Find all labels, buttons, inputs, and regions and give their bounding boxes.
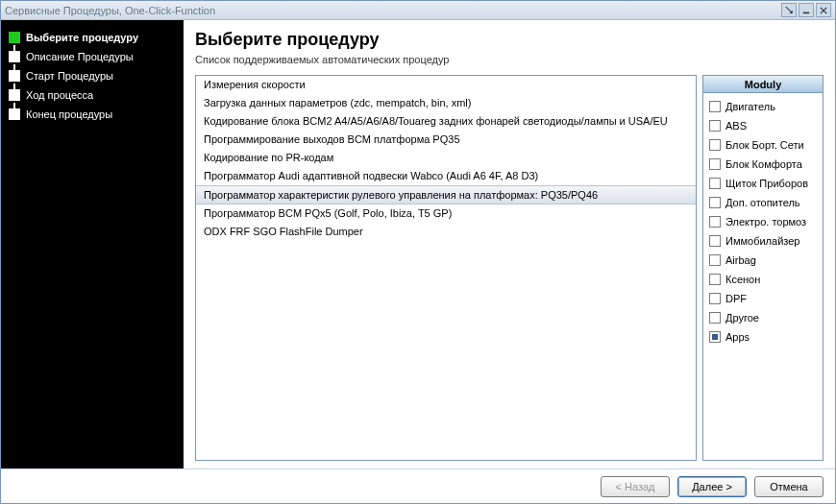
procedure-item[interactable]: Загрузка данных параметров (zdc, mempatc…: [196, 94, 696, 112]
module-label: Щиток Приборов: [725, 178, 808, 189]
checkbox-icon[interactable]: [709, 158, 721, 170]
module-item[interactable]: Блок Комфорта: [706, 155, 820, 174]
module-label: Двигатель: [725, 101, 775, 112]
step-label: Выберите процедуру: [26, 32, 138, 43]
main-header: Выберите процедуру Список поддерживаемых…: [195, 30, 824, 65]
step-indicator-icon: [9, 108, 20, 120]
minimize-button[interactable]: [799, 3, 814, 17]
wizard-footer: < Назад Далее > Отмена: [1, 468, 835, 503]
checkbox-icon[interactable]: [709, 331, 721, 343]
module-item[interactable]: Двигатель: [706, 97, 820, 116]
step-label: Ход процесса: [26, 89, 93, 101]
module-item[interactable]: Airbag: [706, 251, 820, 270]
window-body: Выберите процедуруОписание ПроцедурыСтар…: [1, 20, 835, 468]
window-controls: [781, 3, 831, 17]
step-indicator-icon: [9, 89, 20, 101]
module-label: Блок Комфорта: [725, 158, 802, 170]
module-label: Иммобилайзер: [725, 235, 799, 247]
module-label: DPF: [725, 293, 747, 304]
module-label: Airbag: [725, 254, 756, 266]
module-label: Доп. отопитель: [725, 197, 800, 208]
checkbox-icon[interactable]: [709, 274, 721, 285]
checkbox-icon[interactable]: [709, 101, 721, 112]
wizard-step-4[interactable]: Конец процедуры: [9, 108, 176, 120]
step-label: Конец процедуры: [26, 108, 112, 120]
module-item[interactable]: ABS: [706, 116, 820, 135]
module-panel: Moduly ДвигательABSБлок Борт. СетиБлок К…: [702, 75, 824, 461]
procedure-item[interactable]: Программатор Audi адаптивной подвески Wa…: [196, 167, 696, 185]
module-label: Другое: [725, 312, 759, 324]
checkbox-icon[interactable]: [709, 235, 721, 247]
window-title: Сервисные Процедуры, One-Click-Function: [5, 5, 781, 16]
step-indicator-icon: [9, 70, 20, 82]
step-label: Описание Процедуры: [26, 51, 134, 62]
procedure-item[interactable]: Программирование выходов BCM платформа P…: [196, 131, 696, 149]
svg-rect-0: [803, 12, 809, 13]
step-label: Старт Процедуры: [26, 70, 113, 82]
module-label: Ксенон: [725, 274, 760, 285]
wizard-sidebar: Выберите процедуруОписание ПроцедурыСтар…: [1, 20, 184, 468]
procedure-item[interactable]: Программатор характеристик рулевого упра…: [196, 185, 696, 204]
titlebar: Сервисные Процедуры, One-Click-Function: [1, 1, 835, 20]
procedure-item[interactable]: Программатор BCM PQx5 (Golf, Polo, Ibiza…: [196, 204, 696, 223]
module-label: Электро. тормоз: [725, 216, 806, 228]
module-label: Apps: [725, 331, 750, 343]
module-list: ДвигательABSБлок Борт. СетиБлок Комфорта…: [703, 93, 823, 460]
module-item[interactable]: Apps: [706, 327, 820, 347]
main-panel: Выберите процедуру Список поддерживаемых…: [184, 20, 835, 468]
procedure-item[interactable]: Кодирование по PR-кодам: [196, 149, 696, 167]
checkbox-icon[interactable]: [709, 254, 721, 266]
close-button[interactable]: [816, 3, 831, 17]
module-item[interactable]: DPF: [706, 289, 820, 308]
procedure-item[interactable]: Кодирование блока BCM2 A4/A5/A6/A8/Touar…: [196, 112, 696, 131]
help-button[interactable]: [781, 3, 797, 17]
checkbox-icon[interactable]: [709, 293, 721, 304]
module-label: Блок Борт. Сети: [725, 139, 804, 151]
step-indicator-icon: [9, 51, 20, 62]
wizard-step-1[interactable]: Описание Процедуры: [9, 51, 176, 62]
module-item[interactable]: Блок Борт. Сети: [706, 135, 820, 155]
checkbox-icon[interactable]: [709, 312, 721, 324]
checkbox-icon[interactable]: [709, 197, 721, 208]
step-indicator-icon: [9, 32, 20, 43]
wizard-step-3[interactable]: Ход процесса: [9, 89, 176, 101]
module-item[interactable]: Ксенон: [706, 270, 820, 289]
procedure-item[interactable]: ODX FRF SGO FlashFile Dumper: [196, 223, 696, 241]
checkbox-icon[interactable]: [709, 216, 721, 228]
module-panel-header: Moduly: [703, 76, 823, 93]
page-title: Выберите процедуру: [195, 30, 824, 50]
app-window: Сервисные Процедуры, One-Click-Function …: [0, 0, 836, 504]
main-content: Измерения скоростиЗагрузка данных параме…: [195, 75, 824, 461]
module-item[interactable]: Другое: [706, 308, 820, 327]
wizard-step-0[interactable]: Выберите процедуру: [9, 32, 176, 43]
checkbox-icon[interactable]: [709, 120, 721, 132]
module-item[interactable]: Электро. тормоз: [706, 212, 820, 231]
module-item[interactable]: Доп. отопитель: [706, 193, 820, 212]
next-button[interactable]: Далее >: [677, 476, 747, 497]
procedure-item[interactable]: Измерения скорости: [196, 76, 696, 94]
procedure-list[interactable]: Измерения скоростиЗагрузка данных параме…: [195, 75, 697, 461]
module-item[interactable]: Щиток Приборов: [706, 174, 820, 193]
wizard-step-2[interactable]: Старт Процедуры: [9, 70, 176, 82]
module-item[interactable]: Иммобилайзер: [706, 231, 820, 251]
page-subtitle: Список поддерживаемых автоматических про…: [195, 54, 824, 65]
module-label: ABS: [725, 120, 747, 132]
checkbox-icon[interactable]: [709, 139, 721, 151]
cancel-button[interactable]: Отмена: [754, 476, 824, 497]
checkbox-icon[interactable]: [709, 178, 721, 189]
back-button[interactable]: < Назад: [601, 476, 670, 497]
